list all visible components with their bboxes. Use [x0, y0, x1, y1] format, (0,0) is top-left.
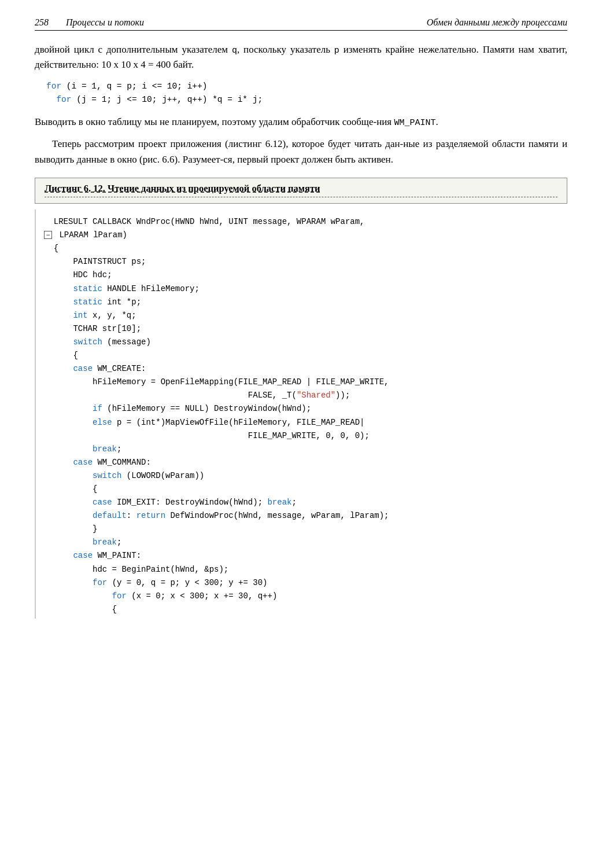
paragraph-3: Теперь рассмотрим проект приложения (лис… — [35, 137, 567, 167]
code-line-12: case WM_CREATE: — [44, 362, 567, 376]
code-line-23: default: return DefWindowProc(hWnd, mess… — [44, 509, 567, 523]
for-loops-code: for (i = 1, q = p; i <= 10; i++) for (j … — [35, 80, 567, 106]
code-line-1: LRESULT CALLBACK WndProc(HWND hWnd, UINT… — [44, 215, 567, 229]
code-line-9: TCHAR str[10]; — [44, 322, 567, 336]
code-line-8: int x, y, *q; — [44, 309, 567, 322]
code-line-16: else p = (int*)MapViewOfFile(hFileMemory… — [44, 416, 567, 429]
code-line-21: { — [44, 483, 567, 496]
header-left-title: Процессы и потоки — [66, 17, 144, 28]
page-number: 258 — [35, 17, 49, 28]
listing-box: Листинг 6. 12. Чтение данных из проециру… — [35, 178, 567, 204]
code-area: LRESULT CALLBACK WndProc(HWND hWnd, UINT… — [35, 209, 567, 619]
header-right-title: Обмен данными между процессами — [427, 17, 567, 28]
paragraph-2: Выводить в окно таблицу мы не планируем,… — [35, 115, 567, 130]
code-line-29: for (x = 0; x < 300; x += 30, q++) — [44, 590, 567, 603]
code-line-4: PAINTSTRUCT ps; — [44, 255, 567, 269]
code-line-7: static int *p; — [44, 296, 567, 309]
page-header: 258 Процессы и потоки Обмен данными межд… — [35, 17, 567, 31]
code-line-2: − LPARAM lParam) — [44, 229, 567, 242]
code-line-26: case WM_PAINT: — [44, 549, 567, 562]
code-line-30: { — [44, 603, 567, 616]
code-line-25: break; — [44, 536, 567, 549]
paragraph-1: двойной цикл с дополнительным указателем… — [35, 42, 567, 73]
code-line-20: switch (LOWORD(wParam)) — [44, 469, 567, 483]
code-line-17: FILE_MAP_WRITE, 0, 0, 0); — [44, 429, 567, 443]
code-line-24: } — [44, 523, 567, 536]
code-line-28: for (y = 0, q = p; y < 300; y += 30) — [44, 576, 567, 590]
collapse-icon[interactable]: − — [44, 231, 52, 239]
code-line-10: switch (message) — [44, 336, 567, 349]
code-line-13: hFileMemory = OpenFileMapping(FILE_MAP_R… — [44, 376, 567, 389]
code-line-11: { — [44, 349, 567, 362]
code-line-14: FALSE, _T("Shared")); — [44, 389, 567, 402]
code-line-15: if (hFileMemory == NULL) DestroyWindow(h… — [44, 402, 567, 415]
listing-dashes — [45, 197, 557, 197]
code-line-27: hdc = BeginPaint(hWnd, &ps); — [44, 563, 567, 576]
code-line-19: case WM_COMMAND: — [44, 456, 567, 469]
code-line-5: HDC hdc; — [44, 269, 567, 282]
listing-title: Листинг 6. 12. Чтение данных из проециру… — [45, 183, 557, 194]
code-line-3: { — [44, 242, 567, 255]
code-line-6: static HANDLE hFileMemory; — [44, 282, 567, 296]
code-line-22: case IDM_EXIT: DestroyWindow(hWnd); brea… — [44, 496, 567, 509]
code-line-18: break; — [44, 443, 567, 456]
